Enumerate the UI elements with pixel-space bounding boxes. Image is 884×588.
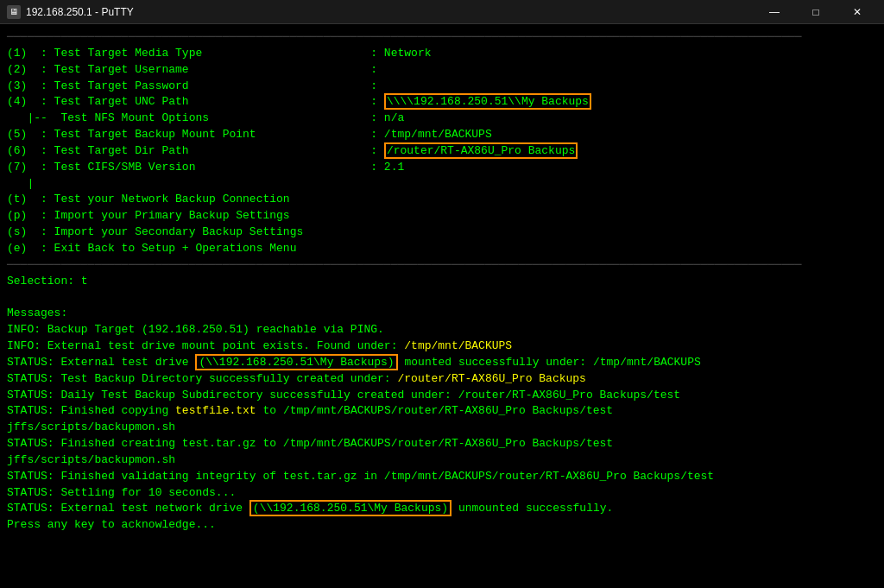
unc-path-value: \\\\192.168.250.51\\My Backups: [384, 93, 591, 110]
messages-label: Messages:: [7, 306, 877, 322]
msg-2: INFO: External test drive mount point ex…: [7, 338, 877, 355]
menu-item-4: (4) : Test Target UNC Path : \\\\192.168…: [7, 94, 877, 111]
msg-12: STATUS: External test network drive (\\1…: [7, 501, 877, 517]
menu-item-nfs: |-- Test NFS Mount Options : n/a: [7, 111, 877, 127]
selection-line: Selection: t: [7, 274, 877, 290]
menu-item-2: (2) : Test Target Username :: [7, 62, 877, 79]
menu-item-1: (1) : Test Target Media Type : Network: [7, 46, 877, 62]
menu-item-7: (7) : Test CIFS/SMB Version : 2.1: [7, 160, 877, 176]
menu-separator: |: [7, 176, 877, 193]
title-bar-left: 🖥 192.168.250.1 - PuTTY: [7, 5, 134, 19]
msg-11: STATUS: Settling for 10 seconds...: [7, 485, 877, 502]
middle-separator: ────────────────────────────────────────…: [7, 257, 877, 274]
action-e: (e) : Exit Back to Setup + Operations Me…: [7, 241, 877, 257]
top-separator: ────────────────────────────────────────…: [7, 29, 877, 46]
menu-item-3: (3) : Test Target Password :: [7, 79, 877, 95]
msg-3: STATUS: External test drive (\\192.168.2…: [7, 355, 877, 371]
minimize-button[interactable]: —: [755, 0, 794, 24]
menu-item-6: (6) : Test Target Dir Path : /router/RT-…: [7, 143, 877, 160]
blank-line-1: [7, 290, 877, 307]
msg-7-plain: jffs/scripts/backupmon.sh: [7, 420, 877, 436]
msg-5: STATUS: Daily Test Backup Subdirectory s…: [7, 388, 877, 404]
msg-1: INFO: Backup Target (192.168.250.51) rea…: [7, 322, 877, 338]
putty-icon: 🖥: [7, 5, 21, 19]
msg-8: STATUS: Finished creating test.tar.gz to…: [7, 436, 877, 452]
action-s: (s) : Import your Secondary Backup Setti…: [7, 224, 877, 241]
action-p: (p) : Import your Primary Backup Setting…: [7, 208, 877, 224]
maximize-button[interactable]: □: [796, 0, 836, 24]
unc-path-msg3: (\\192.168.250.51\My Backups): [195, 354, 397, 370]
window-title: 192.168.250.1 - PuTTY: [26, 6, 134, 18]
close-button[interactable]: ✕: [837, 0, 877, 24]
msg-9-plain: jffs/scripts/backupmon.sh: [7, 452, 877, 469]
menu-item-5: (5) : Test Target Backup Mount Point : /…: [7, 127, 877, 143]
msg-13-press-key: Press any key to acknowledge...: [7, 517, 877, 534]
title-bar-controls: — □ ✕: [755, 0, 877, 24]
msg-4: STATUS: Test Backup Directory successful…: [7, 371, 877, 388]
msg-10: STATUS: Finished validating integrity of…: [7, 469, 877, 485]
unc-path-msg12: (\\192.168.250.51\My Backups): [249, 500, 451, 516]
action-t: (t) : Test your Network Backup Connectio…: [7, 192, 877, 208]
msg-6: STATUS: Finished copying testfile.txt to…: [7, 403, 877, 420]
terminal: ────────────────────────────────────────…: [0, 24, 884, 588]
title-bar: 🖥 192.168.250.1 - PuTTY — □ ✕: [0, 0, 884, 24]
dir-path-value: /router/RT-AX86U_Pro Backups: [384, 142, 578, 159]
